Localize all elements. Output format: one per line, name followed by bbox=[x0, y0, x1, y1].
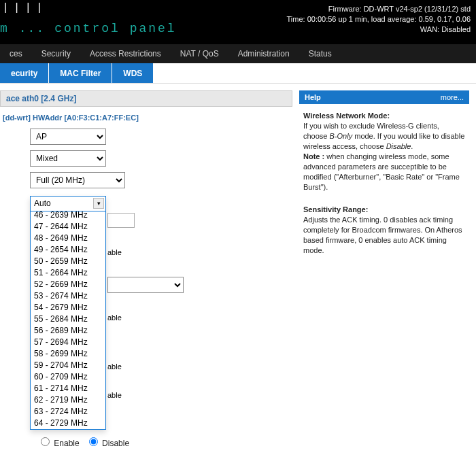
channel-width-select[interactable]: Full (20 MHz) bbox=[30, 172, 125, 188]
main-tabs: ces Security Access Restrictions NAT / Q… bbox=[0, 44, 476, 63]
radio-enable[interactable]: Enable bbox=[41, 437, 80, 448]
tab-access-restrictions[interactable]: Access Restrictions bbox=[80, 44, 171, 63]
tab-nat-qos[interactable]: NAT / QoS bbox=[171, 44, 228, 63]
brand: m ... control panel bbox=[0, 22, 177, 35]
tab-security[interactable]: Security bbox=[32, 44, 80, 63]
radio-disable[interactable]: Disable bbox=[89, 437, 129, 448]
obscured-controls: able able able able bbox=[107, 213, 284, 420]
brand-suffix: m bbox=[0, 22, 10, 35]
channel-option[interactable]: 58 - 2699 MHz bbox=[31, 348, 105, 360]
wireless-mode-select[interactable]: Mixed bbox=[30, 150, 106, 167]
channel-option-list[interactable]: 45 - 2634 MHz46 - 2639 MHz47 - 2644 MHz4… bbox=[31, 211, 105, 429]
channel-select-open[interactable]: Auto ▾ 45 - 2634 MHz46 - 2639 MHz47 - 26… bbox=[30, 196, 106, 430]
tab-administration[interactable]: Administration bbox=[228, 44, 299, 63]
channel-option[interactable]: 46 - 2639 MHz bbox=[31, 211, 105, 221]
channel-option[interactable]: 49 - 2654 MHz bbox=[31, 244, 105, 256]
channel-option[interactable]: 64 - 2729 MHz bbox=[31, 418, 105, 429]
section-header: ace ath0 [2.4 GHz] bbox=[0, 90, 292, 107]
status-block: Firmware: DD-WRT v24-sp2 (12/31/12) std … bbox=[287, 4, 471, 35]
channel-option[interactable]: 51 - 2664 MHz bbox=[31, 267, 105, 279]
help-header: Help more... bbox=[299, 90, 469, 104]
enable-disable-radio: Enable Disable bbox=[41, 437, 129, 448]
label-fragment-2: able bbox=[107, 313, 284, 322]
channel-option[interactable]: 54 - 2679 MHz bbox=[31, 302, 105, 313]
channel-option[interactable]: 48 - 2649 MHz bbox=[31, 233, 105, 244]
settings-column: ace ath0 [2.4 GHz] [dd-wrt] HWAddr [A0:F… bbox=[0, 90, 292, 275]
channel-option[interactable]: 63 - 2724 MHz bbox=[31, 406, 105, 418]
brand-label: control panel bbox=[54, 22, 176, 35]
tab-services[interactable]: ces bbox=[0, 44, 32, 63]
channel-option[interactable]: 52 - 2669 MHz bbox=[31, 279, 105, 290]
interface-hwaddr: [dd-wrt] HWAddr [A0:F3:C1:A7:FF:EC] bbox=[0, 112, 292, 129]
channel-option[interactable]: 56 - 2689 MHz bbox=[31, 325, 105, 337]
label-fragment-3: able bbox=[107, 362, 284, 371]
help-column: Help more... Wireless Network Mode: If y… bbox=[299, 90, 469, 275]
channel-option[interactable]: 55 - 2684 MHz bbox=[31, 313, 105, 325]
channel-option[interactable]: 60 - 2709 MHz bbox=[31, 371, 105, 383]
channel-option[interactable]: 61 - 2714 MHz bbox=[31, 383, 105, 394]
text-input-small[interactable] bbox=[107, 213, 135, 228]
brand-dots: ... bbox=[19, 22, 45, 35]
help-heading-sensitivity: Sensitivity Range: bbox=[303, 205, 368, 214]
uptime-line: Time: 00:00:56 up 1 min, load average: 0… bbox=[287, 14, 471, 24]
tab-status[interactable]: Status bbox=[299, 44, 341, 63]
subtab-wireless-security[interactable]: ecurity bbox=[0, 63, 48, 83]
help-title: Help bbox=[305, 93, 321, 101]
label-fragment-4: able bbox=[107, 391, 284, 399]
help-heading-mode: Wireless Network Mode: bbox=[303, 112, 390, 120]
chevron-down-icon[interactable]: ▾ bbox=[93, 198, 104, 209]
wireless-type-select[interactable]: AP bbox=[30, 129, 106, 145]
subtab-wds[interactable]: WDS bbox=[112, 63, 153, 83]
subtab-mac-filter[interactable]: MAC Filter bbox=[49, 63, 112, 83]
channel-option[interactable]: 50 - 2659 MHz bbox=[31, 256, 105, 267]
channel-option[interactable]: 62 - 2719 MHz bbox=[31, 394, 105, 406]
wan-line: WAN: Disabled bbox=[287, 24, 471, 35]
channel-option[interactable]: 53 - 2674 MHz bbox=[31, 290, 105, 302]
channel-option[interactable]: 57 - 2694 MHz bbox=[31, 337, 105, 348]
channel-option[interactable]: 59 - 2704 MHz bbox=[31, 360, 105, 371]
channel-option[interactable]: 47 - 2644 MHz bbox=[31, 221, 105, 233]
hidden-select[interactable] bbox=[107, 277, 184, 293]
label-fragment-1: able bbox=[107, 248, 284, 256]
channel-select-current[interactable]: Auto ▾ bbox=[31, 197, 105, 211]
top-bar: | | | | Firmware: DD-WRT v24-sp2 (12/31/… bbox=[0, 0, 476, 44]
firmware-line: Firmware: DD-WRT v24-sp2 (12/31/12) std bbox=[287, 4, 471, 14]
help-more-link[interactable]: more... bbox=[441, 93, 464, 101]
sub-tabs: ecurity MAC Filter WDS bbox=[0, 63, 476, 84]
decor-ticks: | | | | bbox=[0, 0, 48, 15]
